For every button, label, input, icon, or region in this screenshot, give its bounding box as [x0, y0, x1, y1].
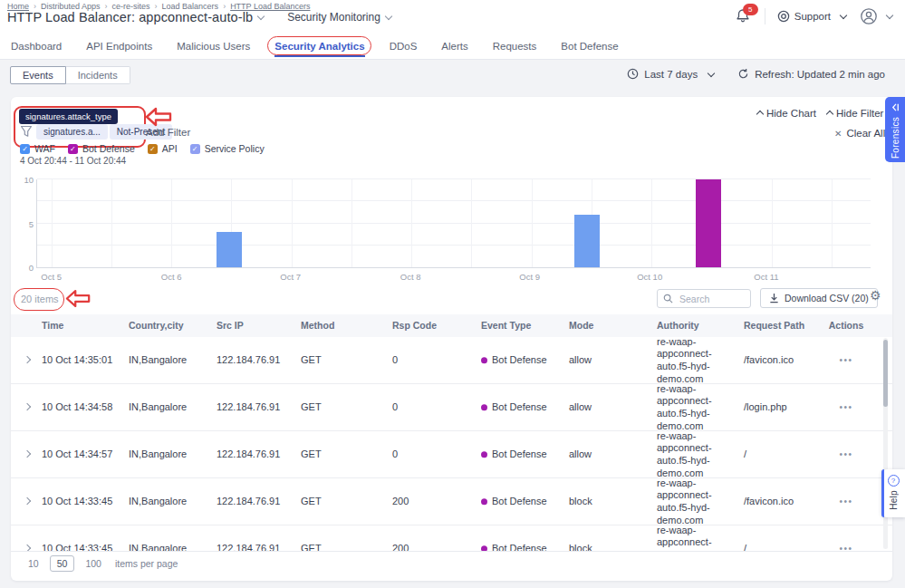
column-header-event-type[interactable]: Event Type	[481, 320, 567, 331]
chart-bar[interactable]	[217, 232, 242, 267]
search-box	[657, 289, 751, 308]
event-type-dot-icon	[481, 404, 487, 410]
event-type-label: Bot Defense	[492, 401, 547, 412]
column-header-rsp-code[interactable]: Rsp Code	[392, 320, 451, 331]
expand-chevron-icon[interactable]	[24, 497, 31, 505]
mode-selector[interactable]: Security Monitoring	[287, 11, 380, 24]
filter-checkbox-bot-defense[interactable]: ✓Bot Defense	[68, 143, 135, 154]
table-row[interactable]: 10 Oct 14:34:58IN,Bangalore122.184.76.91…	[11, 384, 892, 431]
chevron-down-icon[interactable]	[257, 13, 265, 20]
topbar-right: 5 Support	[735, 6, 894, 26]
search-input[interactable]	[678, 293, 745, 305]
column-header-country-city[interactable]: Country,city	[129, 320, 212, 331]
x-axis-tick-label: Oct 10	[637, 272, 662, 282]
events-button[interactable]: Events	[10, 66, 66, 84]
tab-dashboard[interactable]: Dashboard	[11, 36, 62, 56]
cell-country: IN,Bangalore	[129, 401, 212, 414]
cell-country: IN,Bangalore	[129, 543, 212, 551]
page-size-option-50[interactable]: 50	[50, 555, 75, 572]
download-csv-button[interactable]: Download CSV (20)	[760, 288, 878, 308]
column-header-time[interactable]: Time	[42, 320, 125, 331]
pagination: 1050100items per page	[11, 551, 892, 574]
cell-rsp_code: 200	[392, 496, 451, 508]
notification-badge: 5	[743, 4, 758, 15]
row-actions-button[interactable]: •••	[825, 543, 867, 551]
table-row[interactable]: 10 Oct 14:34:57IN,Bangalore122.184.76.91…	[11, 431, 892, 478]
x-axis-tick-label: Oct 5	[41, 272, 62, 282]
refresh-button[interactable]: Refresh: Updated 2 min ago	[737, 68, 885, 80]
column-header-authority[interactable]: Authority	[657, 320, 744, 331]
column-header-method[interactable]: Method	[301, 320, 360, 331]
cell-event_type: Bot Defense	[481, 448, 567, 461]
chart-gridline	[52, 179, 53, 267]
scrollbar-thumb[interactable]	[883, 340, 888, 407]
y-axis-tick-label: 0	[14, 263, 34, 273]
tab-requests[interactable]: Requests	[493, 36, 537, 56]
page-title: HTTP Load Balancer: appconnect-auto-lb	[7, 10, 253, 24]
tab-bot-defense[interactable]: Bot Defense	[561, 36, 618, 56]
chart-gridline	[37, 200, 871, 201]
help-side-tab[interactable]: ? Help	[881, 469, 905, 517]
annotation-arrow-filter	[145, 107, 173, 127]
x-axis-tick-label: Oct 11	[754, 272, 778, 282]
event-type-label: Bot Defense	[492, 354, 547, 365]
column-header-request-path[interactable]: Request Path	[744, 320, 827, 331]
tab-malicious-users[interactable]: Malicious Users	[177, 36, 250, 56]
y-axis-tick-label: 10	[14, 175, 34, 185]
incidents-button[interactable]: Incidents	[66, 66, 130, 84]
row-actions-button[interactable]: •••	[825, 401, 867, 413]
column-header-mode[interactable]: Mode	[569, 320, 628, 331]
event-type-label: Bot Defense	[492, 496, 547, 506]
chart-bar[interactable]	[574, 215, 600, 267]
chart-gridline	[471, 179, 472, 267]
hide-chart-button[interactable]: Hide Chart	[757, 108, 816, 119]
row-actions-button[interactable]: •••	[825, 448, 867, 460]
tab-api-endpoints[interactable]: API Endpoints	[86, 36, 152, 56]
expand-chevron-icon[interactable]	[24, 403, 31, 410]
hide-filter-button[interactable]: Hide Filter	[827, 108, 883, 119]
page-size-option-10[interactable]: 10	[24, 556, 43, 571]
tab-ddos[interactable]: DDoS	[390, 36, 418, 56]
add-filter-button[interactable]: Add Filter	[146, 127, 190, 138]
chart-gridline	[832, 179, 833, 267]
column-header-src-ip[interactable]: Src IP	[217, 320, 296, 331]
tab-alerts[interactable]: Alerts	[441, 36, 467, 56]
gear-icon[interactable]: ⚙	[870, 289, 881, 302]
checkbox-label: Service Policy	[205, 143, 265, 154]
filter-checkbox-service-policy[interactable]: ✓Service Policy	[190, 143, 265, 154]
page-size-option-100[interactable]: 100	[81, 556, 106, 571]
notifications-button[interactable]: 5	[735, 7, 753, 25]
table-row[interactable]: 10 Oct 14:33:45IN,Bangalore122.184.76.91…	[11, 525, 892, 551]
forensics-side-tab[interactable]: Forensics	[885, 97, 905, 162]
x-axis-tick-label: Oct 9	[519, 272, 540, 282]
table-row[interactable]: 10 Oct 14:33:45IN,Bangalore122.184.76.91…	[11, 478, 892, 525]
table-scrollbar[interactable]	[883, 338, 888, 549]
row-actions-button[interactable]: •••	[825, 496, 867, 507]
expand-chevron-icon[interactable]	[24, 356, 31, 363]
support-menu[interactable]: Support	[777, 10, 848, 23]
cell-country: IN,Bangalore	[129, 354, 212, 367]
checkbox-checked-icon: ✓	[190, 144, 200, 154]
filter-checkbox-api[interactable]: ✓API	[148, 143, 178, 154]
filter-field-chip[interactable]: signatures.a...	[36, 124, 108, 140]
clear-all-button[interactable]: ✕Clear All	[834, 128, 885, 139]
avatar-icon	[860, 7, 878, 25]
user-menu[interactable]	[860, 7, 894, 25]
tab-security-analytics[interactable]: Security Analytics	[274, 36, 364, 56]
table-header-row: TimeCountry,citySrc IPMethodRsp CodeEven…	[11, 314, 892, 337]
chevron-down-icon[interactable]	[385, 13, 392, 20]
chart-gridline	[37, 223, 871, 224]
filter-checkbox-waf[interactable]: ✓WAF	[20, 143, 55, 154]
forensics-label: Forensics	[891, 117, 900, 159]
table-row[interactable]: 10 Oct 14:35:01IN,Bangalore122.184.76.91…	[11, 337, 892, 384]
row-actions-button[interactable]: •••	[825, 354, 867, 366]
expand-chevron-icon[interactable]	[24, 450, 31, 458]
chevron-down-icon	[708, 69, 715, 76]
expand-chevron-icon[interactable]	[24, 545, 31, 551]
chart-bar[interactable]	[696, 179, 721, 267]
chevron-down-icon	[840, 12, 847, 19]
time-range-selector[interactable]: Last 7 days	[627, 68, 716, 80]
items-per-page-label: items per page	[115, 558, 178, 569]
cell-authority: re-waap-appconnect-auto.f5-hyd-demo.com	[657, 429, 744, 479]
column-header-actions[interactable]: Actions	[825, 320, 867, 331]
